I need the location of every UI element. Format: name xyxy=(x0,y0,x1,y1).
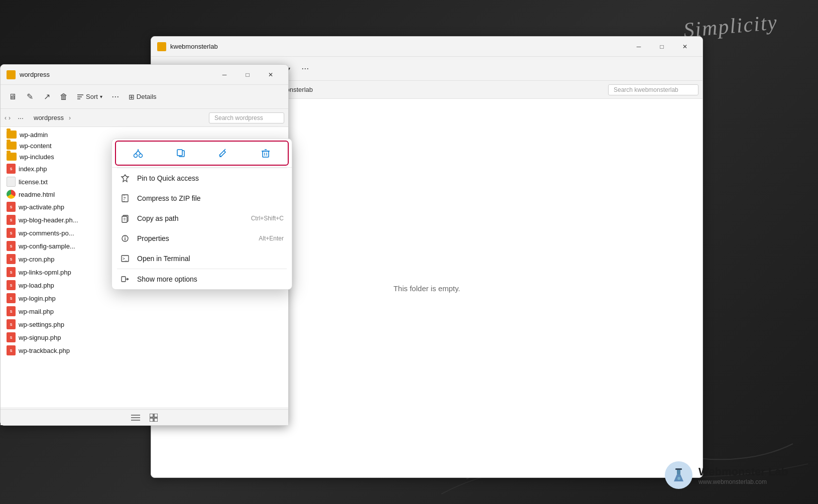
sort-btn-front[interactable]: Sort ▾ xyxy=(73,91,106,102)
ctx-cut-btn[interactable] xyxy=(128,143,148,163)
svg-point-40 xyxy=(125,236,126,237)
close-btn-back[interactable]: ✕ xyxy=(673,39,696,55)
titlebar-back: kwebmonsterlab ─ □ ✕ xyxy=(151,37,703,57)
php-icon: S xyxy=(7,293,16,303)
list-item[interactable]: S wp-login.php xyxy=(1,292,288,305)
php-icon: S xyxy=(7,280,16,290)
rename-icon-front[interactable]: ✎ xyxy=(22,89,38,105)
context-menu: Copy (Ctrl+C) xyxy=(111,139,292,290)
address-wordpress[interactable]: wordpress xyxy=(31,113,67,122)
list-item[interactable]: S wp-mail.php xyxy=(1,305,288,318)
txt-icon xyxy=(7,177,16,187)
copy-icon xyxy=(176,148,186,158)
maximize-btn-back[interactable]: □ xyxy=(650,39,673,55)
php-icon: S xyxy=(7,254,16,264)
svg-line-20 xyxy=(138,151,141,154)
svg-rect-6 xyxy=(675,468,682,470)
svg-rect-15 xyxy=(150,418,153,422)
ctx-terminal-item[interactable]: >_ Open in Terminal xyxy=(112,248,292,269)
ctx-copy-btn[interactable] xyxy=(171,143,191,163)
svg-point-18 xyxy=(139,154,143,158)
maximize-btn-front[interactable]: □ xyxy=(236,67,259,83)
ctx-props-item[interactable]: Properties Alt+Enter xyxy=(112,228,292,248)
details-btn-front[interactable]: ⊞ Details xyxy=(125,91,161,103)
titlebar-front: wordpress ─ □ ✕ xyxy=(1,65,288,85)
titlebar-title-back: kwebmonsterlab xyxy=(170,43,627,50)
php-icon: S xyxy=(7,228,16,238)
wml-title: Webmonster Lab xyxy=(698,465,788,478)
ctx-toolbar xyxy=(112,139,292,168)
php-icon: S xyxy=(7,345,16,355)
props-label: Properties xyxy=(137,234,252,242)
php-icon: S xyxy=(7,332,16,342)
php-icon: S xyxy=(7,306,16,316)
props-icon xyxy=(120,233,130,243)
showmore-icon xyxy=(120,274,130,284)
ctx-showmore-item[interactable]: Show more options xyxy=(112,269,292,289)
pin-icon xyxy=(120,173,130,183)
svg-rect-31 xyxy=(122,195,128,202)
svg-line-25 xyxy=(224,149,225,151)
terminal-icon: >_ xyxy=(120,254,130,264)
search-box-front[interactable]: Search wordpress xyxy=(209,112,284,123)
ctx-delete-btn[interactable] xyxy=(256,143,276,163)
list-view-icon[interactable] xyxy=(130,412,142,424)
cut-icon xyxy=(133,148,143,158)
wml-icon xyxy=(665,461,692,489)
php-icon: S xyxy=(7,267,16,277)
svg-rect-43 xyxy=(122,277,126,282)
share-icon-front[interactable]: ↗ xyxy=(39,89,55,105)
php-icon: S xyxy=(7,164,16,174)
bottom-bar xyxy=(1,409,288,425)
titlebar-title-front: wordpress xyxy=(20,71,213,78)
svg-line-19 xyxy=(136,151,138,154)
folder-icon xyxy=(7,153,17,161)
ctx-zip-item[interactable]: Compress to ZIP file xyxy=(112,188,292,208)
list-item[interactable]: S wp-signup.php xyxy=(1,331,288,344)
wml-logo: Webmonster Lab www.webmonsterlab.com xyxy=(665,461,788,489)
svg-rect-16 xyxy=(154,418,158,422)
folder-icon xyxy=(7,131,17,139)
ctx-copypath-item[interactable]: Copy as path Ctrl+Shift+C xyxy=(112,208,292,228)
more-btn-front[interactable]: ··· xyxy=(107,89,124,105)
more-btn-back[interactable]: ··· xyxy=(297,61,313,77)
grid-view-icon[interactable] xyxy=(148,412,160,424)
ctx-rename-btn[interactable] xyxy=(213,143,233,163)
list-item[interactable]: S wp-trackback.php xyxy=(1,344,288,357)
folder-icon-back xyxy=(157,42,166,51)
copypath-label: Copy as path xyxy=(137,214,244,222)
copypath-shortcut: Ctrl+Shift+C xyxy=(251,215,284,222)
copypath-icon xyxy=(120,213,130,223)
sort-icon-front xyxy=(77,93,84,100)
terminal-label: Open in Terminal xyxy=(137,255,284,263)
empty-folder-text: This folder is empty. xyxy=(393,284,460,293)
search-box-back[interactable]: Search kwebmonsterlab xyxy=(608,84,698,95)
delete-icon-front[interactable]: 🗑 xyxy=(56,89,72,105)
minimize-btn-back[interactable]: ─ xyxy=(627,39,650,55)
close-btn-front[interactable]: ✕ xyxy=(259,67,282,83)
chrome-icon xyxy=(7,190,16,199)
svg-rect-26 xyxy=(263,151,269,157)
svg-rect-35 xyxy=(122,216,127,222)
svg-point-5 xyxy=(677,477,680,480)
flask-icon xyxy=(670,466,687,484)
rename-icon xyxy=(218,148,228,158)
svg-rect-14 xyxy=(154,414,158,417)
php-icon: S xyxy=(7,319,16,329)
minimize-btn-front[interactable]: ─ xyxy=(213,67,236,83)
screen-icon[interactable]: 🖥 xyxy=(5,89,21,105)
svg-rect-13 xyxy=(150,414,153,417)
folder-icon-front xyxy=(7,70,16,79)
pin-label: Pin to Quick access xyxy=(137,174,284,182)
php-icon: S xyxy=(7,241,16,251)
addressbar-front: ‹ › ··· wordpress › Search wordpress xyxy=(1,109,288,127)
svg-point-17 xyxy=(134,154,138,158)
showmore-label: Show more options xyxy=(137,275,284,283)
list-item[interactable]: S wp-settings.php xyxy=(1,318,288,331)
php-icon: S xyxy=(7,202,16,212)
svg-text:>_: >_ xyxy=(123,257,128,261)
zip-icon xyxy=(120,193,130,203)
wml-url: www.webmonsterlab.com xyxy=(698,478,788,485)
ctx-pin-item[interactable]: Pin to Quick access xyxy=(112,168,292,188)
zip-label: Compress to ZIP file xyxy=(137,194,284,202)
